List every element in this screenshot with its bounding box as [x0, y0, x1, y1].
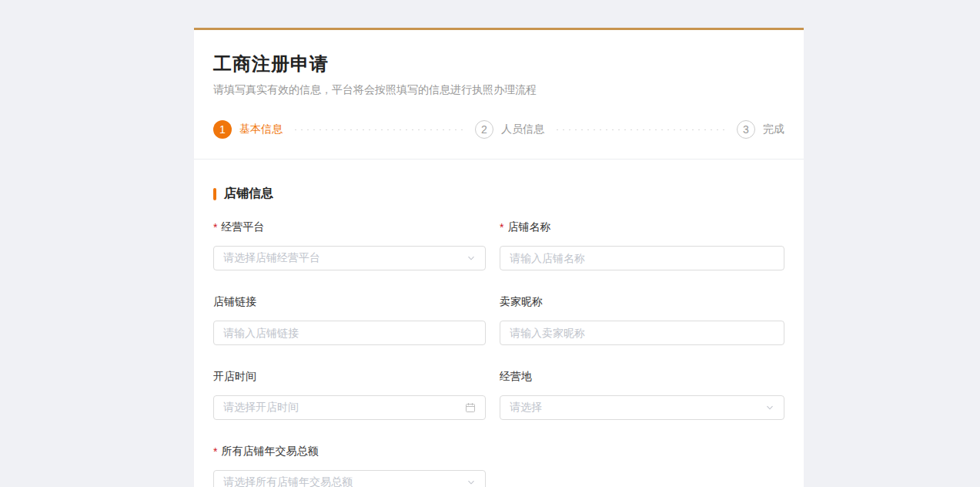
- field-business-platform: * 经营平台 请选择店铺经营平台: [213, 220, 486, 270]
- section-header-shop-info: 店铺信息: [213, 186, 784, 202]
- chevron-down-icon: [467, 478, 476, 487]
- step-connector: [557, 129, 724, 130]
- calendar-icon: [465, 402, 476, 413]
- field-shop-open-date: 开店时间 请选择开店时间: [213, 370, 486, 420]
- section-title: 店铺信息: [224, 186, 273, 202]
- required-asterisk: *: [500, 221, 503, 233]
- step-connector: [295, 129, 463, 130]
- field-label: * 所有店铺年交易总额: [213, 445, 486, 458]
- field-business-location: 经营地 请选择: [500, 370, 784, 420]
- select-placeholder: 请选择店铺经营平台: [223, 251, 460, 265]
- shop-link-input-wrapper: [213, 321, 486, 345]
- seller-nickname-input[interactable]: [510, 327, 774, 339]
- header-divider: [194, 159, 804, 160]
- field-label: * 经营平台: [213, 220, 486, 234]
- shop-info-form: * 经营平台 请选择店铺经营平台 * 店铺名称 店铺链接: [213, 220, 784, 487]
- business-platform-select[interactable]: 请选择店铺经营平台: [213, 246, 486, 270]
- field-label: 开店时间: [213, 370, 486, 384]
- empty-grid-cell: [500, 445, 784, 487]
- shop-name-input-wrapper: [500, 246, 784, 270]
- shop-name-input[interactable]: [510, 252, 774, 264]
- field-label-text: 店铺名称: [507, 220, 550, 234]
- chevron-down-icon: [467, 254, 476, 263]
- field-label-text: 经营地: [500, 370, 532, 384]
- field-label-text: 经营平台: [221, 220, 264, 234]
- field-shop-link: 店铺链接: [213, 295, 486, 345]
- field-label-text: 开店时间: [213, 370, 256, 384]
- step-number-badge: 2: [475, 120, 493, 139]
- field-seller-nickname: 卖家昵称: [500, 295, 784, 345]
- business-location-select[interactable]: 请选择: [500, 395, 784, 420]
- section-accent-bar: [213, 188, 216, 200]
- select-placeholder: 请选择所有店铺年交易总额: [223, 475, 460, 487]
- annual-transaction-total-select[interactable]: 请选择所有店铺年交易总额: [213, 470, 486, 487]
- field-label-text: 所有店铺年交易总额: [221, 445, 318, 458]
- step-personnel-info[interactable]: 2 人员信息: [475, 120, 544, 139]
- page-subtitle: 请填写真实有效的信息，平台将会按照填写的信息进行执照办理流程: [213, 83, 784, 97]
- field-label-text: 卖家昵称: [500, 295, 543, 309]
- shop-open-date-picker[interactable]: 请选择开店时间: [213, 395, 486, 420]
- field-annual-transaction-total: * 所有店铺年交易总额 请选择所有店铺年交易总额: [213, 445, 486, 487]
- date-placeholder: 请选择开店时间: [223, 401, 459, 415]
- page-title: 工商注册申请: [213, 30, 784, 76]
- step-basic-info[interactable]: 1 基本信息: [213, 120, 283, 139]
- step-label: 完成: [763, 123, 784, 136]
- field-shop-name: * 店铺名称: [500, 220, 784, 270]
- field-label: * 店铺名称: [500, 220, 784, 234]
- step-number-badge: 3: [737, 120, 755, 139]
- step-label: 人员信息: [501, 123, 544, 136]
- shop-link-input[interactable]: [223, 327, 476, 339]
- registration-card: 工商注册申请 请填写真实有效的信息，平台将会按照填写的信息进行执照办理流程 1 …: [194, 28, 804, 487]
- select-placeholder: 请选择: [510, 401, 759, 415]
- field-label: 店铺链接: [213, 295, 486, 309]
- required-asterisk: *: [213, 221, 217, 233]
- chevron-down-icon: [765, 403, 774, 412]
- seller-nickname-input-wrapper: [500, 321, 784, 345]
- field-label-text: 店铺链接: [213, 295, 256, 309]
- step-number-badge: 1: [213, 120, 232, 139]
- step-complete[interactable]: 3 完成: [737, 120, 784, 139]
- required-asterisk: *: [213, 445, 217, 458]
- step-label: 基本信息: [239, 123, 283, 136]
- field-label: 卖家昵称: [500, 295, 784, 309]
- field-label: 经营地: [500, 370, 784, 384]
- stepper: 1 基本信息 2 人员信息 3 完成: [213, 120, 784, 139]
